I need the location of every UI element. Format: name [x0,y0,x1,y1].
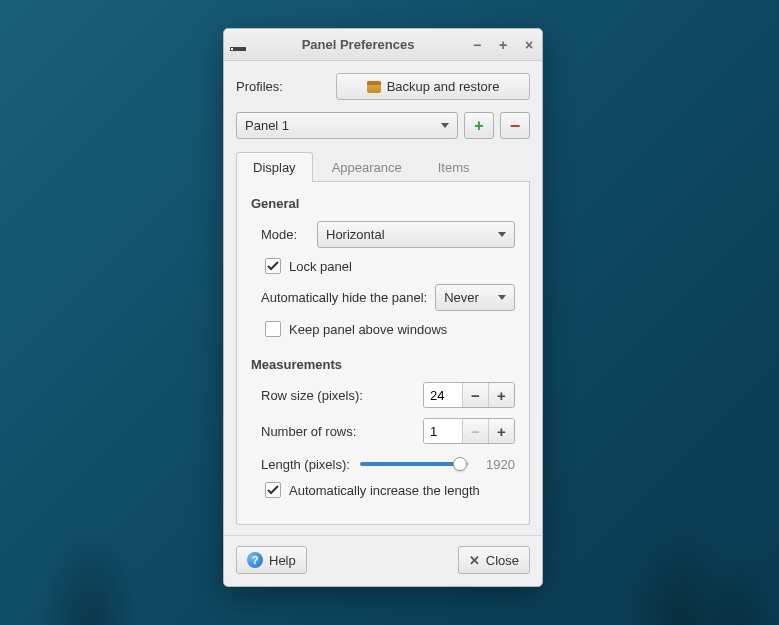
auto-length-checkbox[interactable] [265,482,281,498]
row-size-row: Row size (pixels): − + [251,382,515,408]
auto-hide-select[interactable]: Never [435,284,515,311]
length-row: Length (pixels): 1920 [251,456,515,472]
remove-panel-button[interactable]: − [500,112,530,139]
row-size-label: Row size (pixels): [261,388,363,403]
row-size-spinbox: − + [423,382,515,408]
svg-rect-1 [231,48,233,50]
profiles-row: Profiles: Backup and restore [236,73,530,100]
close-button[interactable]: ✕ Close [458,546,530,574]
close-window-button[interactable]: × [522,38,536,52]
help-icon: ? [247,552,263,568]
row-size-increment[interactable]: + [488,383,514,407]
tab-appearance[interactable]: Appearance [315,152,419,182]
window-title: Panel Preferences [252,37,464,52]
keep-above-row: Keep panel above windows [251,321,515,337]
lock-panel-checkbox[interactable] [265,258,281,274]
panel-select-row: Panel 1 + − [236,112,530,139]
plus-icon: + [474,118,483,134]
tab-panel-display: General Mode: Horizontal Lock panel Auto… [236,182,530,525]
backup-restore-label: Backup and restore [387,79,500,94]
num-rows-input[interactable] [424,419,462,443]
chevron-down-icon [498,232,506,237]
auto-hide-value: Never [444,290,479,305]
row-size-decrement[interactable]: − [462,383,488,407]
close-label: Close [486,553,519,568]
mode-select[interactable]: Horizontal [317,221,515,248]
package-icon [367,81,381,93]
row-size-input[interactable] [424,383,462,407]
length-slider[interactable] [360,456,469,472]
mode-row: Mode: Horizontal [251,221,515,248]
maximize-button[interactable]: + [496,38,510,52]
help-button[interactable]: ? Help [236,546,307,574]
length-value: 1920 [479,457,515,472]
num-rows-increment[interactable]: + [488,419,514,443]
auto-length-row: Automatically increase the length [251,482,515,498]
lock-panel-row: Lock panel [251,258,515,274]
num-rows-decrement[interactable]: − [462,419,488,443]
section-general-title: General [251,196,515,211]
auto-hide-label: Automatically hide the panel: [261,290,427,305]
section-measurements-title: Measurements [251,357,515,372]
num-rows-spinbox: − + [423,418,515,444]
num-rows-row: Number of rows: − + [251,418,515,444]
chevron-down-icon [441,123,449,128]
content-area: Profiles: Backup and restore Panel 1 + −… [224,61,542,535]
auto-length-label: Automatically increase the length [289,483,480,498]
close-icon: ✕ [469,553,480,568]
tab-items[interactable]: Items [421,152,487,182]
slider-thumb[interactable] [453,457,467,471]
mode-select-value: Horizontal [326,227,385,242]
tab-display[interactable]: Display [236,152,313,182]
backup-restore-button[interactable]: Backup and restore [336,73,530,100]
keep-above-label: Keep panel above windows [289,322,447,337]
add-panel-button[interactable]: + [464,112,494,139]
keep-above-checkbox[interactable] [265,321,281,337]
panel-app-icon [230,37,246,53]
titlebar: Panel Preferences − + × [224,29,542,61]
minimize-button[interactable]: − [470,38,484,52]
num-rows-label: Number of rows: [261,424,356,439]
tabs: Display Appearance Items [236,151,530,182]
length-label: Length (pixels): [261,457,350,472]
help-label: Help [269,553,296,568]
chevron-down-icon [498,295,506,300]
dialog-footer: ? Help ✕ Close [224,535,542,586]
panel-select-value: Panel 1 [245,118,289,133]
panel-preferences-window: Panel Preferences − + × Profiles: Backup… [223,28,543,587]
minus-icon: − [510,117,521,135]
panel-select[interactable]: Panel 1 [236,112,458,139]
lock-panel-label: Lock panel [289,259,352,274]
profiles-label: Profiles: [236,79,326,94]
auto-hide-row: Automatically hide the panel: Never [251,284,515,311]
window-controls: − + × [470,38,536,52]
mode-label: Mode: [261,227,309,242]
